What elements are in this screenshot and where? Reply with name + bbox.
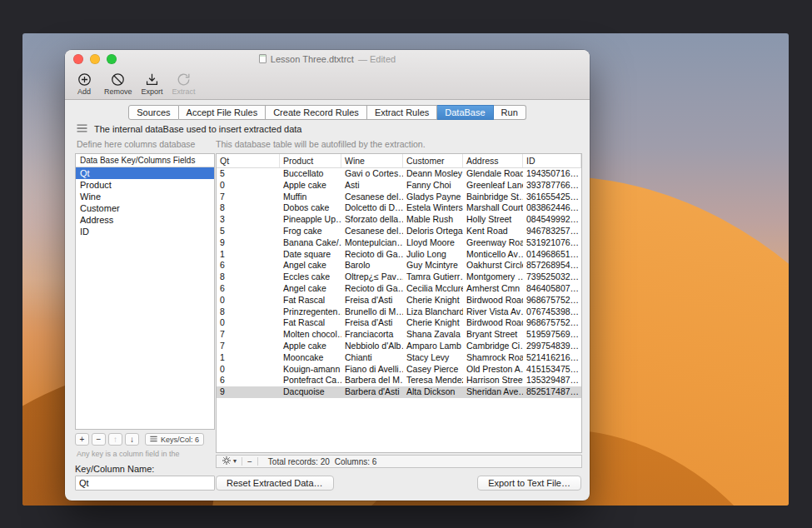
table-row[interactable]: 0Fat RascalFreisa d'AstiCherie KnightBir…	[217, 295, 581, 306]
minus-icon: −	[97, 436, 102, 444]
table-body: 5BuccellatoGavi o Cortes…Deann MosleyGle…	[217, 168, 581, 398]
table-row[interactable]: 1MooncakeChiantiStacy LevyShamrock Road5…	[217, 352, 581, 364]
keys-col-label: Keys/Col: 6	[161, 436, 199, 444]
table-cell: Chianti	[341, 352, 403, 364]
table-cell: Recioto di Ga…	[341, 283, 403, 295]
table-row[interactable]: 5Frog cakeCesanese del…Deloris OrtegaKen…	[217, 226, 581, 237]
list-item-id[interactable]: ID	[76, 226, 214, 237]
table-row[interactable]: 1Date squareRecioto di Ga…Julio LongMont…	[217, 249, 581, 261]
table-cell: Amherst Cmn	[463, 283, 523, 295]
table-cell: Lloyd Moore	[403, 237, 463, 249]
table-row[interactable]: 6Angel cakeRecioto di Ga…Cecilia Mcclure…	[217, 283, 581, 295]
add-button[interactable]: Add	[73, 72, 95, 96]
key-columns-list-body: QtProductWineCustomerAddressID	[76, 167, 214, 237]
table-cell: 846405807…	[523, 283, 581, 295]
tab-extract-rules[interactable]: Extract Rules	[367, 105, 437, 120]
column-header-address[interactable]: Address	[463, 154, 523, 167]
table-cell: 135329487…	[523, 375, 581, 386]
list-item-wine[interactable]: Wine	[76, 191, 214, 202]
table-cell: 7	[217, 329, 280, 341]
table-row[interactable]: 0Apple cakeAstiFanny ChoiGreenleaf Lane3…	[217, 180, 581, 192]
table-cell: Estela Winters	[403, 202, 463, 214]
table-cell: 415153475…	[523, 364, 581, 376]
column-header-wine[interactable]: Wine	[341, 154, 403, 167]
columns-count-label: Columns: 6	[335, 457, 377, 466]
table-cell: Tamra Gutierr…	[403, 271, 463, 283]
table-row[interactable]: 7MuffinCesanese del…Gladys PayneBainbrid…	[217, 192, 581, 203]
table-cell: Guy Mcintyre	[403, 260, 463, 271]
table-row[interactable]: 0Kouign-amannFiano di Avelli…Casey Pierc…	[217, 364, 581, 376]
export-to-text-file-button[interactable]: Export to Text File…	[477, 476, 581, 491]
table-cell: Buccellato	[280, 168, 341, 180]
list-icon	[150, 436, 157, 444]
table-row[interactable]: 5BuccellatoGavi o Cortes…Deann MosleyGle…	[217, 168, 581, 180]
table-footer-bar: ▾ − Total records: 20 Columns: 6	[216, 455, 582, 468]
remove-key-button[interactable]: −	[92, 433, 106, 446]
table-row[interactable]: 0Fat RascalFreisa d'AstiCherie KnightBir…	[217, 317, 581, 329]
key-columns-list-header[interactable]: Data Base Key/Columns Fields	[76, 154, 214, 167]
window-title-text: Lesson Three.dtxtrct	[271, 54, 354, 64]
table-row[interactable]: 3Pineapple Up…Sforzato della…Mable RushH…	[217, 214, 581, 226]
export-button-label: Export	[142, 87, 163, 96]
table-cell: Sforzato della…	[341, 214, 403, 226]
list-item-qt[interactable]: Qt	[76, 167, 214, 179]
list-item-customer[interactable]: Customer	[76, 202, 214, 214]
tab-accept-file-rules[interactable]: Accept File Rules	[179, 105, 267, 120]
list-item-product[interactable]: Product	[76, 179, 214, 191]
list-item-address[interactable]: Address	[76, 214, 214, 226]
column-header-customer[interactable]: Customer	[403, 154, 463, 167]
table-header: QtProductWineCustomerAddressID	[217, 154, 581, 168]
table-row[interactable]: 6Angel cakeBaroloGuy McintyreOakhurst Ci…	[217, 260, 581, 271]
tab-sources[interactable]: Sources	[128, 105, 178, 120]
key-column-name-input[interactable]	[75, 476, 215, 491]
table-cell: Freisa d'Asti	[341, 317, 403, 329]
table-cell: Teresa Mendez	[403, 375, 463, 386]
table-row[interactable]: 8Eccles cakeOltrep¿≤ Pav…Tamra Gutierr…M…	[217, 271, 581, 283]
table-actions-button[interactable]: ▾	[222, 456, 237, 467]
export-button[interactable]: Export	[142, 72, 163, 96]
tab-database[interactable]: DataBase	[437, 105, 493, 120]
table-cell: 6	[217, 260, 280, 271]
table-row[interactable]: 8Prinzregenten…Brunello di M…Liza Blanch…	[217, 306, 581, 318]
move-key-down-button[interactable]: ↓	[125, 433, 139, 446]
table-cell: Fiano di Avelli…	[341, 364, 403, 376]
column-header-id[interactable]: ID	[523, 154, 581, 167]
move-key-up-button[interactable]: ↑	[108, 433, 122, 446]
tab-create-record-rules[interactable]: Create Record Rules	[266, 105, 367, 120]
tab-run[interactable]: Run	[494, 105, 526, 120]
table-cell: Prinzregenten…	[280, 306, 341, 318]
table-cell: Apple cake	[280, 341, 341, 352]
table-row[interactable]: 6Pontefract Ca…Barbera del M…Teresa Mend…	[217, 375, 581, 386]
table-row[interactable]: 7Apple cakeNebbiolo d'Alb…Amparo LambCam…	[217, 341, 581, 352]
keys-col-counter: Keys/Col: 6	[145, 433, 204, 446]
table-cell: Greenway Road	[463, 237, 523, 249]
add-icon	[77, 72, 92, 87]
minimize-window-button[interactable]	[90, 54, 100, 64]
extract-button[interactable]: Extract	[172, 72, 196, 96]
zoom-window-button[interactable]	[107, 54, 117, 64]
table-row[interactable]: 9DacquoiseBarbera d'AstiAlta DicksonSher…	[217, 386, 581, 398]
key-columns-list: Data Base Key/Columns Fields QtProductWi…	[75, 153, 215, 430]
table-cell: Frog cake	[280, 226, 341, 237]
table-cell: Old Preston A…	[463, 364, 523, 376]
table-cell: Date square	[280, 249, 341, 261]
column-header-qt[interactable]: Qt	[217, 154, 280, 167]
close-window-button[interactable]	[73, 54, 83, 64]
table-cell: Cherie Knight	[403, 317, 463, 329]
table-cell: Muffin	[280, 192, 341, 203]
remove-button-label: Remove	[104, 87, 132, 96]
table-row[interactable]: 7Molten chocol…FranciacortaShana ZavalaB…	[217, 329, 581, 341]
table-row[interactable]: 9Banana Cake/…Montepulcian…Lloyd MooreGr…	[217, 237, 581, 249]
table-row[interactable]: 8Dobos cakeDolcetto di D…Estela WintersM…	[217, 202, 581, 214]
table-cell: Cambridge Ci…	[463, 341, 523, 352]
reset-extracted-data-button[interactable]: Reset Extracted Data…	[216, 476, 334, 491]
gear-icon	[222, 456, 232, 467]
remove-button[interactable]: Remove	[104, 72, 132, 96]
table-cell: Alta Dickson	[403, 386, 463, 398]
list-disclosure-icon[interactable]	[77, 124, 87, 134]
remove-record-button[interactable]: −	[247, 457, 252, 466]
column-header-product[interactable]: Product	[280, 154, 341, 167]
add-key-button[interactable]: +	[75, 433, 89, 446]
table-cell: Apple cake	[280, 180, 341, 192]
table-cell: 083862446…	[523, 202, 581, 214]
